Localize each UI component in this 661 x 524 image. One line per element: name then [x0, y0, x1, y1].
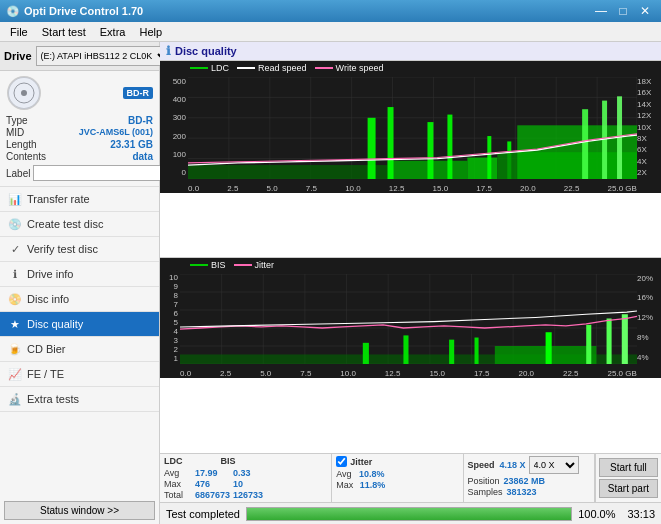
svg-rect-26 — [427, 122, 433, 179]
avg-ldc-val: 17.99 — [195, 468, 230, 478]
svg-rect-27 — [447, 115, 452, 179]
svg-point-3 — [8, 77, 40, 109]
y-right-8pct: 8% — [637, 333, 661, 342]
menu-start-test[interactable]: Start test — [36, 25, 92, 39]
y-ldc-500: 500 — [160, 77, 188, 86]
drive-select[interactable]: (E:) ATAPI iHBS112 2 CL0K — [36, 46, 171, 66]
svg-rect-32 — [582, 109, 588, 179]
x-ldc-15: 15.0 — [433, 184, 449, 193]
sidebar-item-cd-bier[interactable]: 🍺 CD Bier — [0, 337, 159, 362]
position-value: 23862 MB — [504, 476, 546, 486]
sidebar-item-verify-test-disc[interactable]: ✓ Verify test disc — [0, 237, 159, 262]
extra-tests-icon: 🔬 — [8, 392, 22, 406]
progress-percent: 100.0% — [578, 508, 615, 520]
sidebar-label-cd-bier: CD Bier — [27, 343, 66, 355]
minimize-button[interactable]: — — [591, 2, 611, 20]
status-window-button[interactable]: Status window >> — [4, 501, 155, 520]
sidebar-item-drive-info[interactable]: ℹ Drive info — [0, 262, 159, 287]
sidebar-label-create-test-disc: Create test disc — [27, 218, 103, 230]
svg-rect-53 — [403, 335, 408, 364]
svg-rect-59 — [607, 318, 612, 364]
sidebar-item-transfer-rate[interactable]: 📊 Transfer rate — [0, 187, 159, 212]
speed-label2: Speed — [468, 460, 495, 470]
speed-select-stat[interactable]: 4.0 X — [529, 456, 579, 474]
bis-chart-svg — [180, 274, 637, 364]
disc-info-icon: 📀 — [8, 292, 22, 306]
stats-header-bis: BIS — [221, 456, 236, 466]
menu-extra[interactable]: Extra — [94, 25, 132, 39]
disc-quality-icon: ★ — [8, 317, 22, 331]
start-part-button[interactable]: Start part — [599, 479, 658, 498]
avg-jitter-val: 10.8% — [359, 469, 385, 479]
left-panel: Drive (E:) ATAPI iHBS112 2 CL0K ⏏ Speed … — [0, 42, 160, 524]
y-right-12pct: 12% — [637, 313, 661, 322]
sidebar-item-disc-info[interactable]: 📀 Disc info — [0, 287, 159, 312]
sidebar-menu: 📊 Transfer rate 💿 Create test disc ✓ Ver… — [0, 187, 159, 497]
ldc-chart-container: LDC Read speed Write speed 500 400 300 — [160, 61, 661, 258]
y-ldc-400: 400 — [160, 95, 188, 104]
y-right-6x: 6X — [637, 145, 661, 154]
y-right-4pct: 4% — [637, 353, 661, 362]
avg-bis-val: 0.33 — [233, 468, 251, 478]
y-bis-7: 7 — [160, 300, 180, 309]
x-bis-2.5: 2.5 — [220, 369, 231, 378]
disc-label-row: Label ✏ — [6, 164, 153, 182]
sidebar-item-disc-quality[interactable]: ★ Disc quality — [0, 312, 159, 337]
app-title: Opti Drive Control 1.70 — [24, 5, 143, 17]
disc-icon — [6, 75, 42, 111]
drive-info-icon: ℹ — [8, 267, 22, 281]
x-bis-7.5: 7.5 — [300, 369, 311, 378]
progress-bar — [246, 507, 572, 521]
start-full-button[interactable]: Start full — [599, 458, 658, 477]
y-right-16x: 16X — [637, 88, 661, 97]
svg-rect-52 — [363, 342, 369, 363]
bis-legend-bis: BIS — [190, 260, 226, 270]
create-test-disc-icon: 💿 — [8, 217, 22, 231]
label-input[interactable] — [33, 165, 166, 181]
total-bis-val: 126733 — [233, 490, 263, 500]
menu-file[interactable]: File — [4, 25, 34, 39]
x-bis-10: 10.0 — [340, 369, 356, 378]
samples-label: Samples — [468, 487, 503, 497]
jitter-checkbox[interactable] — [336, 456, 347, 467]
sidebar-item-extra-tests[interactable]: 🔬 Extra tests — [0, 387, 159, 412]
disc-type-row: Type BD-R — [6, 115, 153, 126]
menu-help[interactable]: Help — [133, 25, 168, 39]
samples-value: 381323 — [507, 487, 537, 497]
disc-length-row: Length 23.31 GB — [6, 139, 153, 150]
transfer-rate-icon: 📊 — [8, 192, 22, 206]
x-ldc-22.5: 22.5 — [564, 184, 580, 193]
bis-legend-jitter: Jitter — [234, 260, 275, 270]
y-right-10x: 10X — [637, 123, 661, 132]
ldc-legend-ldc: LDC — [190, 63, 229, 73]
stats-header-ldc: LDC — [164, 456, 183, 466]
y-right-20pct: 20% — [637, 274, 661, 283]
jitter-label: Jitter — [350, 457, 372, 467]
svg-rect-25 — [388, 107, 394, 179]
sidebar-label-disc-quality: Disc quality — [27, 318, 83, 330]
x-bis-15: 15.0 — [429, 369, 445, 378]
total-ldc-val: 6867673 — [195, 490, 230, 500]
close-button[interactable]: ✕ — [635, 2, 655, 20]
y-bis-8: 8 — [160, 291, 180, 300]
app-icon: 💿 — [6, 5, 20, 18]
svg-rect-55 — [475, 337, 479, 363]
svg-rect-24 — [368, 118, 376, 179]
sidebar-item-fe-te[interactable]: 📈 FE / TE — [0, 362, 159, 387]
x-bis-17.5: 17.5 — [474, 369, 490, 378]
y-bis-10: 10 — [160, 273, 180, 282]
y-ldc-100: 100 — [160, 150, 188, 159]
svg-rect-28 — [487, 136, 491, 179]
x-ldc-2.5: 2.5 — [227, 184, 238, 193]
progress-bar-fill — [247, 508, 571, 520]
y-right-2x: 2X — [637, 168, 661, 177]
svg-rect-21 — [188, 165, 388, 179]
cd-bier-icon: 🍺 — [8, 342, 22, 356]
main-content: ℹ Disc quality LDC Read speed Write spee… — [160, 42, 661, 524]
sidebar-label-drive-info: Drive info — [27, 268, 73, 280]
x-ldc-12.5: 12.5 — [389, 184, 405, 193]
maximize-button[interactable]: □ — [613, 2, 633, 20]
sidebar-item-create-test-disc[interactable]: 💿 Create test disc — [0, 212, 159, 237]
x-bis-20: 20.0 — [518, 369, 534, 378]
y-right-14x: 14X — [637, 100, 661, 109]
